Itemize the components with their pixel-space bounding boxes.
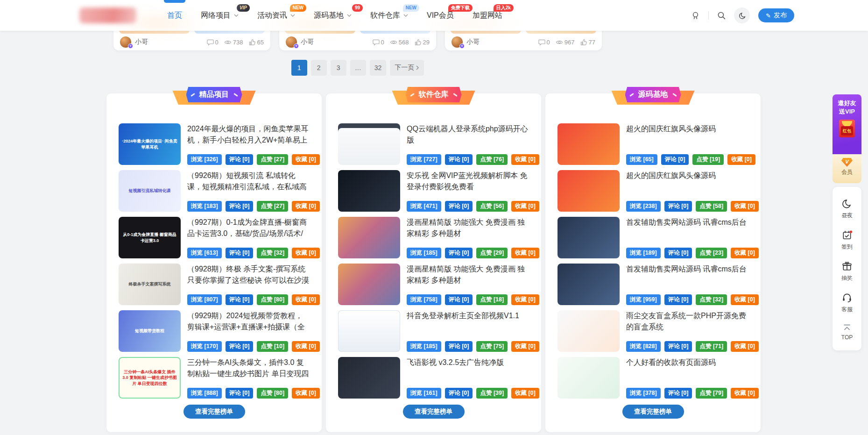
thumbnail-text	[586, 143, 592, 146]
item-title[interactable]: （9926期）短视频引流 私域转化课，短视频精准引流私域，在私域高效转化…	[187, 170, 310, 193]
author-name[interactable]: 小哥	[466, 38, 480, 46]
list-item[interactable]: 短视频引流私域转化课 （9926期）短视频引流 私域转化课，短视频精准引流私域，…	[119, 170, 310, 212]
search-icon[interactable]	[717, 11, 726, 20]
views-badge: 浏览 [959]	[626, 294, 661, 305]
nav-item-vip-member[interactable]: VIP会员 免费下载	[427, 0, 454, 31]
comment-count: 0	[547, 39, 550, 46]
item-title[interactable]: 超火的国庆红旗风头像源码	[626, 170, 748, 181]
nav-item-join[interactable]: 加盟网站 日入2k	[473, 0, 502, 31]
nav-label: 网络项目	[201, 11, 231, 21]
item-title[interactable]: （9927期）0-1成为金牌直播-橱窗商品卡运营3.0，基础/货品/场景/话术/…	[187, 217, 310, 239]
item-title[interactable]: 2024年最火爆的项目，闲鱼卖苹果耳机，新手小白轻松月入2W+简单易上手	[187, 123, 310, 146]
views-badge: 浏览 [185]	[407, 341, 441, 352]
list-item[interactable]: 漫画星精简版 功能强大 免费漫画 独家精彩 多种题材 浏览 [758]评论 [0…	[338, 264, 529, 305]
list-item[interactable]: 首发辅助售卖网站源码 讯睿cms后台 浏览 [189]评论 [0]点赞 [23]…	[557, 217, 748, 258]
medal-icon[interactable]	[691, 11, 700, 20]
item-thumbnail	[338, 264, 400, 305]
vip-avatar-badge: v	[128, 43, 133, 49]
views-badge: 浏览 [828]	[626, 341, 661, 352]
publish-label: 发布	[774, 11, 787, 20]
list-item[interactable]: QQ云端机器人登录系统php源码开心版 浏览 [727]评论 [0]点赞 [76…	[338, 123, 529, 165]
item-thumbnail: 三分钟一条AI头条爆文 插件3.0 复制粘贴 一键生成抄书图片 单日变现四位数	[119, 357, 181, 399]
nav-item-projects[interactable]: 网络项目 VIP	[201, 0, 239, 31]
list-item[interactable]: 从0-1成为金牌直播 橱窗商品卡运营3.0 （9927期）0-1成为金牌直播-橱…	[119, 217, 310, 258]
item-title[interactable]: 漫画星精简版 功能强大 免费漫画 独家精彩 多种题材	[407, 264, 529, 286]
author-row: v 小哥 0 967 77	[445, 34, 602, 50]
day-night-toggle[interactable]: 昼夜	[833, 193, 861, 225]
likes-badge: 点赞 [71]	[696, 341, 727, 352]
divider	[708, 11, 709, 20]
page-button-2[interactable]: 2	[311, 60, 327, 76]
list-item[interactable]: 漫画星精简版 功能强大 免费漫画 独家精彩 多种题材 浏览 [185]评论 [0…	[338, 217, 529, 258]
invite-friends-card[interactable]: 邀好友 送VIP 红包	[833, 94, 861, 154]
gift-icon	[842, 261, 852, 271]
list-item[interactable]: 三分钟一条AI头条爆文 插件3.0 复制粘贴 一键生成抄书图片 单日变现四位数 …	[119, 357, 310, 399]
view-full-ranking-button[interactable]: 查看完整榜单	[183, 405, 245, 419]
views-badge: 浏览 [888]	[187, 388, 222, 399]
tool-label: 签到	[833, 243, 861, 251]
list-item[interactable]: 超火的国庆红旗风头像源码 浏览 [65]评论 [0]点赞 [19]收藏 [0]	[557, 123, 748, 165]
author-name[interactable]: 小哥	[135, 38, 148, 46]
column-title-ribbon: 源码基地	[625, 87, 681, 102]
favorites-badge: 收藏 [0]	[511, 248, 539, 258]
item-title[interactable]: 安乐视 全网VIP蓝光视频解析脚本 免登录付费影视免费看	[407, 170, 529, 193]
item-title[interactable]: 漫画星精简版 功能强大 免费漫画 独家精彩 多种题材	[407, 217, 529, 239]
customer-service-button[interactable]: 客服	[833, 287, 861, 319]
item-title[interactable]: 超火的国庆红旗风头像源码	[626, 123, 748, 135]
avatar[interactable]: v	[286, 36, 297, 48]
nav-item-news[interactable]: 活动资讯 NEW	[257, 0, 295, 31]
tool-label: TOP	[833, 334, 861, 341]
view-full-ranking-button[interactable]: 查看完整榜单	[403, 405, 465, 419]
nav-item-home[interactable]: 首页	[167, 0, 182, 31]
likes-badge: 点赞 [18]	[476, 294, 508, 305]
likes-badge: 点赞 [32]	[696, 294, 727, 305]
nav-item-software[interactable]: 软件仓库 NEW	[370, 0, 408, 31]
item-title[interactable]: 首发辅助售卖网站源码 讯睿cms后台	[626, 264, 748, 275]
avatar[interactable]: v	[120, 36, 131, 48]
list-item[interactable]: 终极杀手文案撰写系统 （9928期）终极 杀手文案-撰写系统 只要你掌握了这些秘…	[119, 264, 310, 305]
free-download-badge: 免费下载	[448, 4, 473, 12]
list-item[interactable]: 抖音免登录解析主页全部视频V1.1 浏览 [185]评论 [0]点赞 [75]收…	[338, 310, 529, 352]
nav-item-source-base[interactable]: 源码基地 99	[314, 0, 352, 31]
author-name[interactable]: 小哥	[301, 38, 314, 46]
list-item[interactable]: 安乐视 全网VIP蓝光视频解析脚本 免登录付费影视免费看 浏览 [471]评论 …	[338, 170, 529, 212]
list-item[interactable]: 首发辅助售卖网站源码 讯睿cms后台 浏览 [959]评论 [0]点赞 [32]…	[557, 264, 748, 305]
dark-mode-toggle[interactable]	[734, 7, 750, 23]
list-item[interactable]: 短视频带货教程 （9929期）2024短视频带货教程，剪辑课+运营课+直播课+拍…	[119, 310, 310, 352]
vip-member-card[interactable]: V 会员	[833, 154, 861, 183]
page-button-1[interactable]: 1	[291, 60, 307, 76]
site-logo[interactable]	[79, 7, 136, 23]
likes-badge: 点赞 [58]	[696, 201, 727, 212]
back-to-top-button[interactable]: TOP	[833, 319, 861, 346]
page-button-32[interactable]: 32	[370, 60, 387, 76]
item-title[interactable]: 抖音免登录解析主页全部视频V1.1	[407, 310, 529, 321]
view-full-ranking-button[interactable]: 查看完整榜单	[622, 405, 684, 419]
item-title[interactable]: 雨尘交友盲盒系统一款PHP开源免费的盲盒系统	[626, 310, 748, 333]
publish-button[interactable]: ✎ 发布	[758, 8, 794, 22]
item-title[interactable]: 个人好看的收款有页面源码	[626, 357, 748, 368]
item-thumbnail	[557, 123, 620, 165]
lottery-button[interactable]: 抽奖	[833, 256, 861, 287]
list-item[interactable]: 飞语影视 v3.2.5去广告纯净版 浏览 [161]评论 [0]点赞 [39]收…	[338, 357, 529, 399]
item-title[interactable]: QQ云端机器人登录系统php源码开心版	[407, 123, 529, 146]
comments-badge: 评论 [0]	[226, 201, 254, 212]
item-title[interactable]: （9929期）2024短视频带货教程，剪辑课+运营课+直播课+拍摄课（全套高清…	[187, 310, 310, 333]
sign-in-button[interactable]: 签到	[833, 225, 861, 256]
likes-badge: 点赞 [80]	[257, 388, 288, 399]
list-item[interactable]: 雨尘交友盲盒系统一款PHP开源免费的盲盒系统 浏览 [828]评论 [0]点赞 …	[557, 310, 748, 352]
list-item[interactable]: ·2024年最火爆的项目· 闲鱼卖苹果耳机 2024年最火爆的项目，闲鱼卖苹果耳…	[119, 123, 310, 165]
comments-badge: 评论 [0]	[664, 201, 692, 212]
list-item[interactable]: 超火的国庆红旗风头像源码 浏览 [238]评论 [0]点赞 [58]收藏 [0]	[557, 170, 748, 212]
avatar[interactable]: v	[452, 36, 463, 48]
next-page-button[interactable]: 下一页	[390, 60, 424, 76]
item-title[interactable]: 三分钟一条AI头条爆文，插件3.0 复制粘贴一键生成抄书图片 单日变现四位数	[187, 357, 310, 379]
thumbnail-text: ·2024年最火爆的项目· 闲鱼卖苹果耳机	[119, 136, 181, 151]
page-button-3[interactable]: 3	[331, 60, 346, 76]
item-title[interactable]: （9928期）终极 杀手文案-撰写系统 只要你掌握了这些秘诀 你可以在沙漠里…	[187, 264, 310, 286]
item-title[interactable]: 飞语影视 v3.2.5去广告纯净版	[407, 357, 529, 368]
nav-label: 活动资讯	[257, 11, 287, 21]
comment-icon	[373, 39, 380, 46]
item-title[interactable]: 首发辅助售卖网站源码 讯睿cms后台	[626, 217, 748, 228]
list-item[interactable]: 个人好看的收款有页面源码 浏览 [378]评论 [0]点赞 [79]收藏 [0]	[557, 357, 748, 399]
eye-icon	[556, 39, 563, 46]
